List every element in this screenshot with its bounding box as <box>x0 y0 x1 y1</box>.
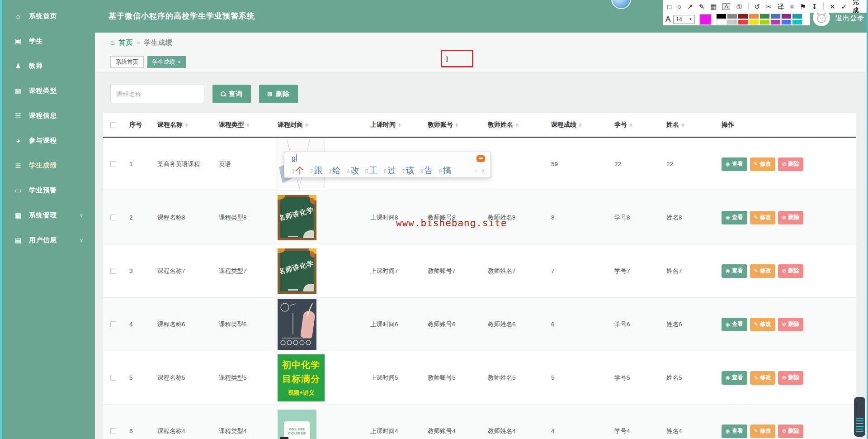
row-checkbox[interactable] <box>110 428 116 434</box>
number-step-tool-icon[interactable]: ① <box>736 3 742 10</box>
palette-color[interactable] <box>749 14 759 19</box>
view-button[interactable]: ◉查看 <box>722 211 747 224</box>
edit-button[interactable]: ✎修改 <box>750 371 775 385</box>
course-cover-image[interactable]: 名师讲化学 <box>278 195 316 240</box>
palette-color[interactable] <box>760 14 770 19</box>
row-checkbox[interactable] <box>110 321 116 327</box>
sidebar-item-student-scores[interactable]: ☰ 学生成绩 <box>0 153 95 178</box>
ime-prev-page-icon[interactable]: ‹ <box>476 167 478 174</box>
ime-candidate[interactable]: 7该 <box>402 165 415 177</box>
ellipse-tool-icon[interactable]: ○ <box>677 3 681 10</box>
sidebar-item-academic-warning[interactable]: ▭ 学业预警 <box>0 178 95 203</box>
close-icon[interactable]: ✕ <box>830 3 835 10</box>
edit-button[interactable]: ✎修改 <box>750 318 775 331</box>
check-icon[interactable]: ✓ <box>841 3 847 10</box>
ime-candidate[interactable]: 8告 <box>420 165 433 177</box>
main-content: ⌂ 首页 ≡ 学生成绩 系统首页 学生成绩 × 查询 <box>95 33 868 439</box>
save-download-icon[interactable]: ↧ <box>812 3 818 10</box>
delete-row-button[interactable]: ⊘删除 <box>778 371 803 385</box>
ime-candidate[interactable]: 4改 <box>347 165 359 177</box>
arrow-tool-icon[interactable]: ↗ <box>687 3 693 10</box>
course-cover-image[interactable]: 初中化学 目标满分 视频+讲义 <box>278 354 325 401</box>
view-button[interactable]: ◉查看 <box>722 425 747 438</box>
palette-color[interactable] <box>738 19 748 25</box>
sidebar-item-course-info[interactable]: ☵ 课程信息 <box>0 103 95 128</box>
delete-button[interactable]: ⊠ 删除 <box>259 85 298 103</box>
view-button[interactable]: ◉查看 <box>722 157 747 171</box>
view-button[interactable]: ◉查看 <box>722 318 747 331</box>
sidebar-item-teachers[interactable]: ♟ 教师 <box>0 53 95 78</box>
palette-color[interactable] <box>781 14 792 19</box>
sidebar-item-students[interactable]: ▣ 学生 <box>0 29 95 53</box>
sort-icon: ▲▼ <box>305 123 308 127</box>
scissors-icon[interactable]: ✂ <box>766 3 772 10</box>
eye-icon: ◉ <box>726 268 730 274</box>
undo-icon[interactable]: ↺ <box>755 3 760 10</box>
palette-color[interactable] <box>792 14 802 19</box>
sidebar-item-user-info[interactable]: ▤ 用户信息 ∨ <box>0 228 95 253</box>
edit-button[interactable]: ✎修改 <box>750 425 775 438</box>
palette-color[interactable] <box>716 19 726 25</box>
pin-icon[interactable]: ⚑ <box>800 3 806 10</box>
row-checkbox[interactable] <box>110 215 116 220</box>
scrollbar-thumb[interactable] <box>854 397 865 437</box>
ocr-extract-icon[interactable]: ⌗ <box>790 3 794 10</box>
delete-row-button[interactable]: ⊘删除 <box>778 157 803 171</box>
course-cover-image[interactable] <box>278 299 316 350</box>
query-button[interactable]: 查询 <box>212 85 251 103</box>
translate-icon[interactable]: 译 <box>778 3 784 10</box>
row-checkbox[interactable] <box>110 375 116 381</box>
edit-button[interactable]: ✎修改 <box>750 157 775 171</box>
ime-candidate[interactable]: 9搞 <box>439 165 452 177</box>
palette-color[interactable] <box>770 19 781 25</box>
ime-candidate[interactable]: 6过 <box>383 165 396 177</box>
palette-color[interactable] <box>781 19 792 25</box>
course-name-input[interactable] <box>110 85 204 103</box>
sidebar-item-course-types[interactable]: ▦ 课程类型 <box>0 78 95 103</box>
palette-color[interactable] <box>760 19 770 25</box>
ime-candidate[interactable]: 5工 <box>365 165 378 177</box>
rectangle-tool-icon[interactable]: □ <box>667 3 671 10</box>
delete-row-button[interactable]: ⊘删除 <box>778 425 803 438</box>
font-size-dropdown[interactable]: 14 ▼ <box>673 15 695 24</box>
text-tool-icon[interactable]: A <box>722 3 730 10</box>
current-color-swatch[interactable] <box>699 14 712 25</box>
palette-color[interactable] <box>716 14 726 19</box>
delete-row-button[interactable]: ⊘删除 <box>778 318 803 331</box>
sidebar-item-course-participation[interactable]: ◕ 参与课程 <box>0 128 95 153</box>
edit-button[interactable]: ✎修改 <box>750 211 775 224</box>
palette-color[interactable] <box>727 14 737 19</box>
palette-color[interactable] <box>770 14 781 19</box>
ime-candidate[interactable]: 2跟 <box>310 165 323 177</box>
logout-button[interactable]: 退出登录 <box>835 14 864 23</box>
course-cover-image[interactable]: ONLINE COURSE <box>278 410 316 439</box>
row-checkbox[interactable] <box>110 268 116 274</box>
annotation-rectangle[interactable]: I <box>441 50 473 67</box>
ime-logo-icon[interactable] <box>476 155 485 162</box>
row-checkbox[interactable] <box>110 161 116 167</box>
palette-color[interactable] <box>738 14 748 19</box>
palette-color[interactable] <box>749 19 759 25</box>
sidebar-item-home[interactable]: ⌂ 系统首页 <box>0 4 95 29</box>
close-tab-icon[interactable]: × <box>178 59 181 65</box>
delete-row-button[interactable]: ⊘删除 <box>778 211 803 224</box>
floating-avatar-sphere[interactable] <box>611 0 631 9</box>
view-button[interactable]: ◉查看 <box>722 264 747 278</box>
tab-system-home[interactable]: 系统首页 <box>110 56 144 68</box>
select-all-checkbox[interactable] <box>110 122 116 128</box>
done-button[interactable]: 完成 <box>853 0 863 14</box>
pen-tool-icon[interactable]: ✎ <box>699 3 705 10</box>
course-cover-image[interactable]: 名师讲化学 <box>278 248 316 294</box>
palette-color[interactable] <box>792 19 802 25</box>
breadcrumb-home[interactable]: 首页 <box>118 38 133 47</box>
mosaic-tool-icon[interactable]: ▦ <box>710 3 717 10</box>
delete-row-button[interactable]: ⊘删除 <box>778 264 803 278</box>
ime-candidate[interactable]: 3给 <box>328 165 341 177</box>
sidebar-item-system-management[interactable]: ▦ 系统管理 ∨ <box>0 203 95 228</box>
ime-next-page-icon[interactable]: › <box>482 167 484 174</box>
edit-button[interactable]: ✎修改 <box>750 264 775 278</box>
ime-candidate[interactable]: 1个 <box>292 165 304 177</box>
tab-student-scores[interactable]: 学生成绩 × <box>147 56 186 68</box>
palette-color[interactable] <box>727 19 737 25</box>
view-button[interactable]: ◉查看 <box>722 371 747 385</box>
